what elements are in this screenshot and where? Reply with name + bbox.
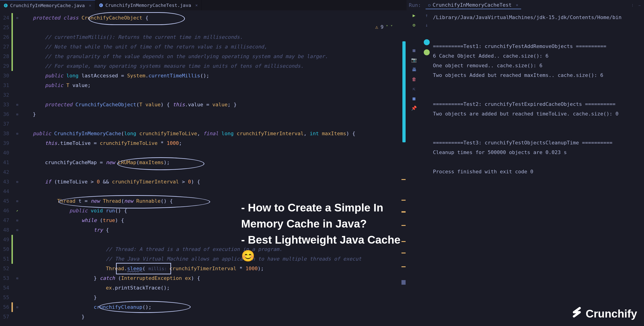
run-toolbar-nav: ↑ ↓ bbox=[422, 10, 432, 326]
close-icon[interactable]: × bbox=[89, 3, 92, 8]
run-pane: Run: ▢ CrunchifyInMemoryCacheTest × ⋮ — … bbox=[406, 0, 644, 326]
overlay-line-2: - Best Lightweight Java Cache 😊 bbox=[241, 232, 406, 264]
overlay-line-1: - How to Create a Simple In Memory Cache… bbox=[241, 200, 406, 232]
code-area[interactable]: protected class CrunchifyCacheObject { /… bbox=[21, 10, 406, 326]
up-icon[interactable]: ↑ bbox=[424, 13, 430, 18]
export-icon[interactable]: ⇱ bbox=[411, 86, 417, 92]
line-number-gutter: 2425262728293031323336373839404142434445… bbox=[0, 10, 12, 326]
console-output[interactable]: /Library/Java/JavaVirtualMachines/jdk-15… bbox=[432, 10, 644, 326]
avatar bbox=[424, 39, 430, 45]
fold-gutter: ⊟⊟⊟⊟⊟⊟⬈⊟⊟⊟⊟ bbox=[14, 10, 21, 326]
scrollbar-thumb[interactable] bbox=[402, 41, 406, 142]
pin-icon[interactable]: 📌 bbox=[411, 105, 417, 111]
camera-icon[interactable]: 📷 bbox=[411, 57, 417, 63]
layout-icon[interactable]: ▦ bbox=[411, 96, 417, 101]
editor-body[interactable]: 2425262728293031323336373839404142434445… bbox=[0, 10, 406, 326]
minimize-icon[interactable]: — bbox=[639, 3, 640, 7]
tab-label: CrunchifyInMemoryCache.java bbox=[10, 3, 85, 8]
java-class-icon: C bbox=[99, 3, 103, 7]
java-class-icon: C bbox=[4, 3, 8, 7]
rerun-icon[interactable]: ▶ bbox=[411, 13, 417, 18]
svg-text:C: C bbox=[5, 4, 7, 7]
editor-scrollbar[interactable] bbox=[402, 21, 406, 326]
close-icon[interactable]: × bbox=[195, 3, 198, 7]
run-tab-label: CrunchifyInMemoryCacheTest bbox=[432, 2, 512, 8]
warning-icon: ⚠ bbox=[375, 24, 378, 30]
run-toolbar-left: ▶ ⚙ ■ 📷 🖶 🗑 ⇱ ▦ 📌 bbox=[406, 10, 422, 326]
down-icon[interactable]: ↓ bbox=[424, 22, 430, 28]
editor-tabs: C CrunchifyInMemoryCache.java × C Crunch… bbox=[0, 0, 406, 10]
vcs-change-bar bbox=[12, 10, 14, 326]
run-tab[interactable]: ▢ CrunchifyInMemoryCacheTest × bbox=[426, 1, 521, 9]
nav-up-icon[interactable]: ˄ bbox=[386, 24, 388, 30]
settings-icon[interactable]: ⚙ bbox=[411, 22, 417, 28]
more-icon[interactable]: ⋮ bbox=[631, 3, 634, 7]
logo-text: Crunchify bbox=[586, 308, 637, 320]
tab-file-1[interactable]: C CrunchifyInMemoryCache.java × bbox=[0, 0, 95, 10]
trash-icon[interactable]: 🗑 bbox=[411, 76, 417, 82]
run-header: Run: ▢ CrunchifyInMemoryCacheTest × ⋮ — bbox=[406, 0, 644, 10]
editor-pane: C CrunchifyInMemoryCache.java × C Crunch… bbox=[0, 0, 406, 326]
tab-file-2[interactable]: C CrunchifyInMemoryCacheTest.java × bbox=[95, 0, 202, 10]
overlay-caption: - How to Create a Simple In Memory Cache… bbox=[241, 200, 406, 264]
inspection-badge[interactable]: ⚠ 9 ˄ ˅ bbox=[375, 24, 393, 30]
run-label: Run: bbox=[409, 2, 421, 8]
run-body: ▶ ⚙ ■ 📷 🖶 🗑 ⇱ ▦ 📌 ↑ ↓ /Library/Java/Java… bbox=[406, 10, 644, 326]
svg-text:C: C bbox=[100, 4, 102, 7]
error-stripe[interactable] bbox=[402, 280, 406, 285]
nav-down-icon[interactable]: ˅ bbox=[390, 24, 393, 30]
stop-icon[interactable]: ■ bbox=[411, 47, 417, 53]
error-stripe[interactable] bbox=[402, 266, 406, 267]
print-icon[interactable]: 🖶 bbox=[411, 67, 417, 72]
close-icon[interactable]: × bbox=[516, 2, 518, 7]
tab-label: CrunchifyInMemoryCacheTest.java bbox=[106, 2, 191, 8]
avatar bbox=[424, 49, 430, 55]
application-icon: ▢ bbox=[428, 3, 430, 7]
warning-count: 9 bbox=[380, 24, 384, 30]
crunchify-logo: Crunchify bbox=[570, 306, 637, 322]
error-stripe[interactable] bbox=[402, 179, 406, 180]
logo-icon bbox=[570, 306, 583, 322]
